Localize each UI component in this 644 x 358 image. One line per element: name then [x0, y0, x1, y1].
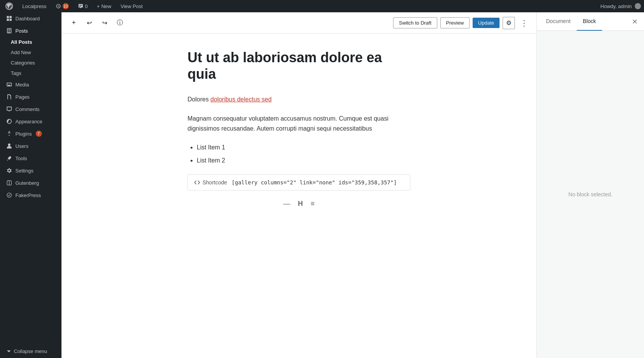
sidebar-item-tools[interactable]: Tools: [0, 152, 61, 164]
shortcode-block[interactable]: Shortcode: [188, 174, 410, 191]
more-options-btn[interactable]: [518, 17, 530, 29]
sidebar-item-plugins[interactable]: Plugins 7: [0, 128, 61, 140]
editor-inner: Ut ut ab laboriosam dolore ea quia Dolor…: [180, 49, 418, 208]
sidebar-item-appearance[interactable]: Appearance: [0, 115, 61, 128]
add-block-btn[interactable]: [68, 17, 80, 29]
updates-btn[interactable]: 10: [53, 0, 71, 12]
collapse-menu-btn[interactable]: Collapse menu: [0, 345, 61, 358]
paragraph-1[interactable]: Dolores doloribus delectus sed: [188, 94, 410, 104]
sidebar-item-dashboard[interactable]: Dashboard: [0, 12, 61, 25]
plus-icon: [72, 19, 76, 27]
sidebar-sub-all-posts[interactable]: All Posts: [0, 37, 61, 47]
sidebar-item-gutenberg[interactable]: Gutenberg: [0, 177, 61, 189]
view-post-btn[interactable]: View Post: [118, 0, 145, 12]
post-title[interactable]: Ut ut ab laboriosam dolore ea quia: [188, 49, 410, 82]
info-icon: [117, 19, 123, 27]
link-doloribus[interactable]: doloribus delectus sed: [211, 96, 272, 103]
block-controls: — H ≡: [188, 200, 410, 208]
panel-close-btn[interactable]: [629, 15, 641, 28]
sidebar-label-pages: Pages: [15, 94, 30, 100]
list-item-1[interactable]: List Item 1: [197, 143, 410, 152]
comments-btn[interactable]: 0: [76, 0, 90, 12]
right-panel-header: Document Block: [537, 12, 644, 31]
sidebar-label-fakerpress: FakerPress: [15, 192, 41, 198]
sidebar-sub-add-new[interactable]: Add New: [0, 47, 61, 58]
editor-content: Ut ut ab laboriosam dolore ea quia Dolor…: [61, 34, 536, 358]
svg-rect-1: [7, 16, 9, 18]
update-btn[interactable]: Update: [473, 18, 500, 28]
right-panel: Document Block No block selected.: [536, 12, 644, 358]
right-panel-content: No block selected.: [537, 31, 644, 358]
redo-btn[interactable]: [98, 17, 111, 29]
sidebar-item-pages[interactable]: Pages: [0, 91, 61, 103]
sidebar-item-posts[interactable]: Posts: [0, 25, 61, 37]
separator-icon[interactable]: —: [283, 200, 290, 208]
sidebar-item-users[interactable]: Users: [0, 140, 61, 152]
site-name[interactable]: Localpress: [20, 0, 49, 12]
gear-icon: [506, 19, 511, 27]
plugins-badge: 7: [36, 131, 42, 137]
undo-btn[interactable]: [83, 17, 95, 29]
undo-icon: [87, 19, 92, 27]
switch-to-draft-btn[interactable]: Switch to Draft: [393, 17, 437, 28]
preview-btn[interactable]: Preview: [440, 17, 470, 28]
sidebar-item-settings[interactable]: Settings: [0, 164, 61, 177]
sidebar-sub-categories[interactable]: Categories: [0, 58, 61, 68]
sidebar-label-tools: Tools: [15, 156, 27, 161]
post-list: List Item 1 List Item 2: [188, 143, 410, 165]
svg-rect-3: [7, 19, 9, 21]
settings-btn[interactable]: [503, 17, 515, 29]
admin-bar: Localpress 10 0 + New View Post Howdy, a…: [0, 0, 644, 12]
svg-rect-2: [10, 16, 12, 18]
more-icon: [520, 18, 528, 28]
list-item-2[interactable]: List Item 2: [197, 156, 410, 166]
heading-icon[interactable]: H: [298, 200, 303, 208]
sidebar-item-comments[interactable]: Comments: [0, 103, 61, 115]
sidebar-label-media: Media: [15, 82, 29, 88]
sidebar-label-gutenberg: Gutenberg: [15, 180, 39, 186]
sidebar-label-users: Users: [15, 143, 28, 149]
sidebar-label-appearance: Appearance: [15, 119, 42, 124]
sidebar-item-media[interactable]: Media: [0, 78, 61, 91]
user-info: Howdy, admin: [601, 3, 641, 9]
sidebar-label-settings: Settings: [15, 168, 33, 174]
sidebar: Dashboard Posts All Posts Add New Catego…: [0, 12, 61, 358]
paragraph-2[interactable]: Magnam consequatur voluptatem accusamus …: [188, 114, 410, 133]
wp-logo-btn[interactable]: [3, 0, 15, 12]
shortcode-input[interactable]: [232, 179, 404, 186]
sidebar-label-plugins: Plugins: [15, 131, 32, 137]
sidebar-label-comments: Comments: [15, 106, 40, 112]
sidebar-label-posts: Posts: [15, 28, 28, 34]
svg-point-6: [8, 144, 10, 146]
tab-block[interactable]: Block: [577, 12, 602, 31]
svg-rect-4: [10, 19, 12, 21]
tab-document[interactable]: Document: [540, 12, 577, 31]
sidebar-label-dashboard: Dashboard: [15, 16, 40, 22]
new-btn[interactable]: + New: [95, 0, 114, 12]
redo-icon: [102, 19, 107, 27]
admin-avatar: [635, 3, 641, 9]
info-btn[interactable]: [114, 17, 126, 29]
editor-toolbar: Switch to Draft Preview Update: [61, 12, 536, 34]
list-icon[interactable]: ≡: [310, 200, 315, 208]
sidebar-item-fakerpress[interactable]: FakerPress: [0, 189, 61, 201]
editor-area: Switch to Draft Preview Update Ut ut ab …: [61, 12, 536, 358]
toolbar-actions: Switch to Draft Preview Update: [393, 17, 530, 29]
shortcode-label: Shortcode: [194, 179, 227, 186]
sidebar-sub-tags[interactable]: Tags: [0, 68, 61, 78]
